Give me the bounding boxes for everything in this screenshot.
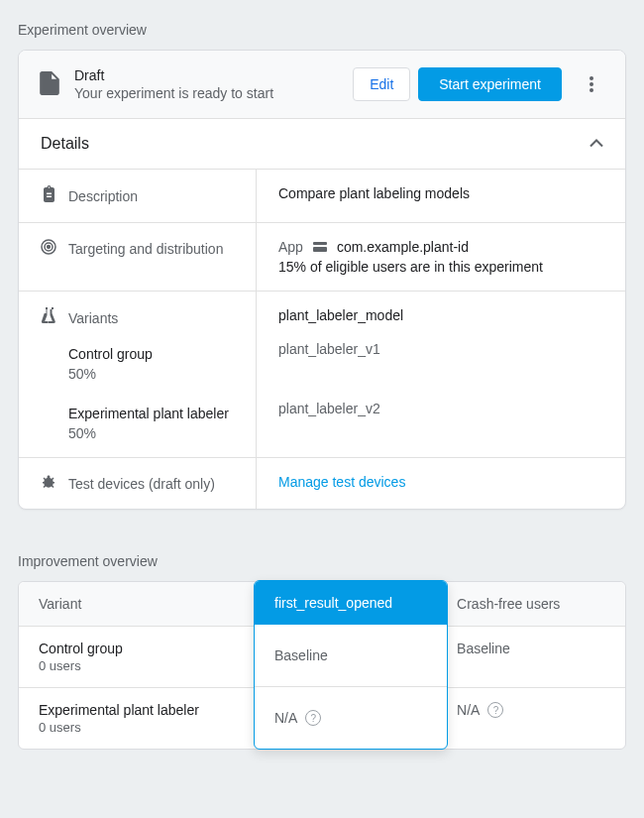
row-primary-value: N/A — [274, 710, 297, 726]
column-crash-free: Crash-free users — [437, 582, 625, 626]
description-value: Compare plant labeling models — [278, 185, 470, 201]
column-variant: Variant — [19, 582, 249, 626]
variant-control-name: Control group — [68, 346, 234, 362]
variants-label: Variants — [68, 310, 118, 326]
app-prefix: App — [278, 239, 303, 255]
details-title: Details — [41, 135, 89, 153]
row-secondary-value: Baseline — [457, 641, 510, 656]
experiment-subtitle: Your experiment is ready to start — [74, 85, 345, 101]
svg-point-2 — [590, 88, 593, 92]
row-variant-name: Control group — [39, 641, 229, 656]
svg-point-5 — [48, 246, 51, 249]
variant-control: Control group 50% — [68, 346, 234, 382]
help-icon[interactable]: ? — [305, 710, 321, 726]
test-devices-label: Test devices (draft only) — [68, 476, 215, 492]
app-id: com.example.plant-id — [337, 239, 469, 255]
start-experiment-button[interactable]: Start experiment — [418, 67, 562, 101]
section-experiment-overview: Experiment overview — [18, 18, 626, 50]
variant-experimental-value: plant_labeler_v2 — [278, 401, 603, 416]
details-header[interactable]: Details — [19, 119, 625, 170]
target-icon — [41, 239, 68, 258]
distribution-text: 15% of eligible users are in this experi… — [278, 259, 603, 275]
row-primary-value: Baseline — [274, 647, 328, 663]
primary-metric-header: first_result_opened — [255, 581, 447, 625]
primary-metric-column[interactable]: first_result_opened Baseline N/A ? — [254, 580, 448, 750]
experiment-card: Draft Your experiment is ready to start … — [18, 50, 626, 510]
row-variant-name: Experimental plant labeler — [39, 702, 229, 718]
variant-experimental: Experimental plant labeler 50% — [68, 406, 234, 441]
help-icon[interactable]: ? — [487, 702, 503, 718]
targeting-label: Targeting and distribution — [68, 241, 223, 257]
experiment-header: Draft Your experiment is ready to start … — [19, 51, 625, 119]
variant-control-value: plant_labeler_v1 — [278, 341, 603, 357]
clipboard-icon — [41, 185, 68, 206]
bug-icon — [41, 474, 68, 493]
edit-button[interactable]: Edit — [353, 67, 410, 101]
svg-point-1 — [590, 82, 593, 86]
experiment-status: Draft — [74, 67, 345, 83]
document-icon — [39, 71, 60, 98]
section-improvement-overview: Improvement overview — [18, 549, 626, 581]
manage-test-devices-link[interactable]: Manage test devices — [278, 474, 405, 490]
android-icon — [313, 242, 327, 252]
row-variant-users: 0 users — [39, 720, 229, 735]
row-variant-users: 0 users — [39, 658, 229, 673]
row-secondary-value: N/A — [457, 702, 480, 718]
variant-experimental-percent: 50% — [68, 425, 234, 441]
variant-param-name: plant_labeler_model — [278, 307, 603, 323]
svg-point-0 — [590, 76, 593, 80]
chevron-up-icon — [590, 136, 603, 153]
flask-icon — [41, 307, 68, 328]
variant-experimental-name: Experimental plant labeler — [68, 406, 234, 421]
overflow-menu-icon[interactable] — [574, 66, 609, 102]
variant-control-percent: 50% — [68, 366, 234, 382]
description-label: Description — [68, 188, 138, 204]
